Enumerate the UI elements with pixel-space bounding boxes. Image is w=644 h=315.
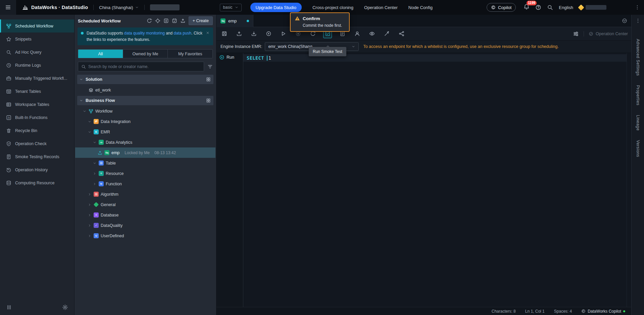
filter-icon[interactable] — [207, 64, 213, 69]
run-button[interactable]: Run — [219, 55, 234, 60]
settings-gear-icon[interactable] — [62, 304, 68, 310]
search-icon[interactable] — [547, 4, 553, 10]
export-icon[interactable] — [180, 18, 186, 23]
tree-item-data-analytics[interactable]: Data Analytics — [75, 137, 215, 147]
nav-cross-project-cloning[interactable]: Cross-project cloning — [312, 5, 353, 10]
batch-operation-icon[interactable] — [172, 18, 177, 23]
tree-item-general[interactable]: General — [75, 199, 215, 210]
tree-item-resource[interactable]: Resource — [75, 168, 215, 179]
collapse-panel-icon[interactable] — [6, 304, 12, 310]
nav-node-config[interactable]: Node Config — [408, 5, 433, 10]
tab-owned-by-me[interactable]: Owned by Me — [123, 50, 168, 58]
tree-item-userdefined[interactable]: UserDefined — [75, 231, 215, 241]
copilot-button[interactable]: Copilot — [487, 3, 516, 12]
sidebar-item-manually-triggered-workflows[interactable]: Manually Triggered Workfl... — [0, 72, 74, 85]
tab-properties[interactable]: Properties — [636, 85, 640, 106]
advanced-run-button[interactable] — [279, 29, 288, 38]
chevron-down-icon[interactable] — [93, 140, 97, 144]
chevron-down-icon[interactable] — [79, 99, 83, 103]
tree-section-business-flow[interactable]: Business Flow — [77, 96, 213, 105]
sidebar-item-computing-resource[interactable]: Computing Resource — [0, 176, 74, 189]
editor-scrollbar[interactable] — [627, 53, 631, 307]
chevron-right-icon[interactable] — [88, 234, 92, 238]
chevron-down-icon[interactable] — [88, 120, 92, 124]
sidebar-item-operation-history[interactable]: Operation History — [0, 163, 74, 176]
refresh-icon[interactable] — [147, 18, 152, 23]
more-options-icon[interactable] — [635, 18, 641, 23]
chevron-right-icon[interactable] — [93, 182, 97, 186]
tab-my-favorites[interactable]: My Favorites — [168, 50, 212, 58]
chevron-right-icon[interactable] — [88, 203, 92, 207]
sidebar-item-tenant-tables[interactable]: Tenant Tables — [0, 85, 74, 98]
commit-button[interactable] — [235, 29, 243, 38]
data-quality-monitoring-link[interactable]: data quality monitoring — [124, 31, 165, 36]
tree-item-emp[interactable]: emp Locked by Me 08-13 13:42 — [75, 147, 215, 158]
download-button[interactable] — [249, 29, 258, 38]
env-selector[interactable]: basic — [220, 4, 241, 11]
deploy-button[interactable] — [353, 29, 361, 38]
tree-item-database[interactable]: Database — [75, 210, 215, 220]
tree-item-data-integration[interactable]: Data Integration — [75, 116, 215, 127]
workflow-view-button[interactable] — [397, 29, 406, 38]
notifications-button[interactable]: 1199 — [524, 4, 530, 11]
language-selector[interactable]: English — [559, 5, 573, 10]
main-menu-button[interactable] — [0, 0, 16, 15]
copilot-status[interactable]: DataWorks Copilot — [581, 309, 625, 314]
indent-setting[interactable]: Spaces: 4 — [554, 309, 572, 314]
tab-list-icon[interactable] — [622, 18, 627, 23]
chevron-right-icon[interactable] — [88, 224, 92, 228]
tree-item-function[interactable]: Function — [75, 179, 215, 189]
more-options-icon[interactable] — [635, 5, 640, 10]
locate-node-icon[interactable] — [155, 18, 160, 23]
search-input[interactable] — [88, 64, 201, 69]
sidebar-item-snippets[interactable]: Snippets — [0, 33, 74, 46]
code-editor[interactable]: SELECT 1 — [243, 53, 627, 307]
sidebar-item-smoke-testing-records[interactable]: Smoke Testing Records — [0, 150, 74, 163]
chevron-right-icon[interactable] — [88, 192, 92, 196]
sidebar-item-operation-check[interactable]: Operation Check — [0, 137, 74, 150]
tab-advanced-settings[interactable]: Advanced Settings — [636, 39, 640, 76]
sidebar-item-ad-hoc-query[interactable]: Ad Hoc Query — [0, 46, 74, 59]
format-sql-button[interactable] — [382, 29, 391, 38]
region-selector[interactable]: China (Shanghai) — [99, 5, 139, 10]
sidebar-item-built-in-functions[interactable]: fxBuilt-In Functions — [0, 111, 74, 124]
workspace-name-redacted[interactable] — [150, 4, 180, 10]
import-icon[interactable] — [163, 18, 169, 23]
data-push-link[interactable]: data push — [174, 31, 192, 36]
tree-item-emr[interactable]: EMR — [75, 127, 215, 137]
nav-operation-center[interactable]: Operation Center — [364, 5, 398, 10]
chevron-right-icon[interactable] — [88, 213, 92, 217]
account-badge[interactable] — [579, 5, 606, 10]
sidebar-item-scheduled-workflow[interactable]: Scheduled Workflow — [0, 19, 74, 33]
create-button[interactable]: + Create — [189, 16, 213, 25]
tab-all[interactable]: All — [78, 50, 123, 58]
chevron-right-icon[interactable] — [93, 172, 97, 176]
board-view-icon[interactable] — [206, 77, 211, 82]
close-icon[interactable] — [206, 31, 210, 35]
upgrade-data-studio-button[interactable]: Upgrade Data Studio — [250, 3, 302, 12]
tree-item-table[interactable]: Table — [75, 158, 215, 168]
tab-versions[interactable]: Versions — [636, 140, 640, 157]
board-view-icon[interactable] — [206, 98, 211, 103]
tree-item-dataquality[interactable]: DataQuality — [75, 220, 215, 231]
tree-item-etl-work[interactable]: etl_work — [75, 85, 215, 95]
sidebar-item-workspace-tables[interactable]: Workspace Tables — [0, 98, 74, 111]
save-button[interactable] — [220, 29, 229, 38]
preview-button[interactable] — [367, 29, 376, 38]
chevron-down-icon[interactable] — [88, 130, 92, 134]
editor-tab-emp[interactable]: emp — [216, 15, 253, 27]
run-toolbar-button[interactable] — [264, 29, 273, 38]
chevron-down-icon[interactable] — [93, 161, 97, 165]
help-icon[interactable] — [535, 4, 541, 10]
chevron-down-icon[interactable] — [79, 77, 83, 81]
tab-lineage[interactable]: Lineage — [636, 115, 640, 131]
tree-item-algorithm[interactable]: Algorithm — [75, 189, 215, 199]
sidebar-item-recycle-bin[interactable]: Recycle Bin — [0, 124, 74, 137]
chevron-down-icon[interactable] — [83, 109, 87, 113]
editor-settings-icon[interactable] — [573, 31, 579, 37]
operation-center-button[interactable]: Operation Center — [589, 32, 628, 36]
tree-section-solution[interactable]: Solution — [77, 75, 213, 84]
sidebar-item-runtime-logs[interactable]: Runtime Logs — [0, 59, 74, 72]
tree-item-workflow[interactable]: Workflow — [75, 106, 215, 116]
brand[interactable]: DataWorks · DataStudio — [22, 4, 88, 10]
